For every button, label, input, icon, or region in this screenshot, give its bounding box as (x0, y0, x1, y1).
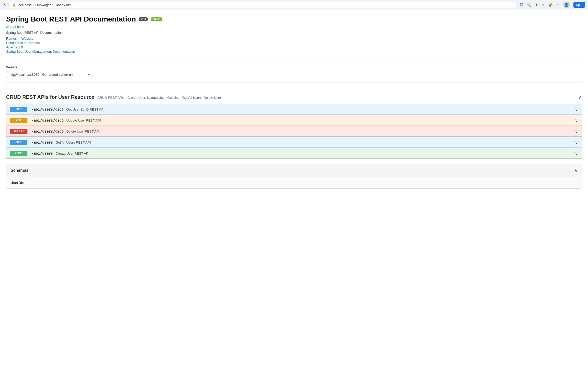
endpoint-desc-get-1: Get User By ID REST API (66, 107, 104, 111)
endpoint-delete-user[interactable]: DELETE /api/users/{id} Delete User REST … (6, 126, 582, 137)
browser-chrome: ↻ 🔒 localhost:8080/swagger-ui/index.html… (0, 0, 588, 10)
user-management-docs-link[interactable]: Spring Boot User Management Documentatio… (6, 50, 582, 53)
method-badge-get-1: GET (10, 107, 27, 112)
schemas-section: Schemas ∧ UserDto › (6, 164, 582, 189)
crud-section: CRUD REST APIs for User Resource CRUD RE… (6, 91, 582, 159)
crud-section-title: CRUD REST APIs for User Resource (6, 94, 94, 100)
schemas-collapse-icon[interactable]: ∧ (574, 168, 578, 173)
endpoint-desc-post: Create User REST API (55, 152, 89, 155)
bookmark-icon[interactable]: ☆ (541, 3, 545, 7)
section-divider (6, 88, 582, 88)
schema-item-userdto[interactable]: UserDto › (6, 177, 582, 188)
endpoint-path-put: /api/users/{id} (31, 118, 64, 122)
endpoint-chevron-delete: ∨ (575, 129, 578, 134)
endpoint-get-all-users[interactable]: GET /api/users Get All Users REST API ∨ (6, 137, 582, 148)
apache-license-link[interactable]: Apache 2.0 (6, 45, 582, 49)
method-badge-put: PUT (10, 118, 27, 123)
endpoint-put-user[interactable]: PUT /api/users/{id} Update User REST API… (6, 115, 582, 126)
update-button[interactable]: Up... (573, 2, 585, 8)
schema-name-userdto: UserDto (10, 181, 24, 185)
endpoint-path-get-1: /api/users/{id} (31, 107, 64, 111)
schemas-body: UserDto › (6, 177, 582, 188)
endpoint-post-user[interactable]: POST /api/users Create User REST API ∨ (6, 148, 582, 159)
endpoint-chevron-get-2: ∨ (575, 140, 578, 145)
crud-header-left: CRUD REST APIs for User Resource CRUD RE… (6, 94, 221, 100)
schema-expand-icon: › (26, 181, 28, 185)
endpoint-path-delete: /api/users/{id} (31, 129, 64, 133)
endpoint-chevron-put: ∨ (575, 118, 578, 123)
endpoint-desc-put: Update User REST API (66, 119, 101, 122)
api-description: Spring Boot REST API Documentation (6, 31, 582, 35)
url-text: localhost:8080/swagger-ui/index.html (18, 3, 72, 7)
api-title: Spring Boot REST API Documentation (6, 15, 136, 23)
method-badge-delete: DELETE (10, 129, 27, 134)
crud-collapse-icon[interactable]: ∧ (579, 94, 582, 100)
api-title-row: Spring Boot REST API Documentation v1.0 … (6, 15, 582, 23)
email-ramesh-link[interactable]: Send email to Ramesh (6, 41, 582, 45)
reload-button[interactable]: ↻ (3, 3, 6, 7)
servers-selected-value: http://localhost:8080 - Generated server… (9, 73, 73, 77)
sidebar-icon[interactable]: ▭ (556, 3, 560, 7)
schemas-header[interactable]: Schemas ∧ (6, 164, 582, 177)
api-docs-link[interactable]: /v3/api-docs (6, 25, 582, 29)
endpoint-get-user-by-id[interactable]: GET /api/users/{id} Get User By ID REST … (6, 104, 582, 115)
servers-label: Servers (6, 66, 582, 69)
endpoint-chevron-post: ∨ (575, 151, 578, 156)
share-icon[interactable]: ⬆ (535, 3, 538, 7)
api-header: Spring Boot REST API Documentation v1.0 … (6, 15, 582, 53)
search-icon[interactable]: 🔍 (527, 3, 531, 7)
user-avatar[interactable]: 👤 (563, 2, 570, 8)
page-content: Spring Boot REST API Documentation v1.0 … (0, 10, 588, 194)
endpoint-chevron-get-1: ∨ (575, 107, 578, 112)
google-icon[interactable]: G (520, 2, 523, 8)
servers-dropdown[interactable]: http://localhost:8080 - Generated server… (6, 71, 93, 78)
endpoint-desc-delete: Delete User REST API (66, 130, 100, 133)
servers-chevron-icon: ▾ (88, 72, 90, 77)
browser-action-icons: G 🔍 ⬆ ☆ 🧩 ▭ 👤 Up... (520, 2, 585, 8)
method-badge-post: POST (10, 151, 27, 156)
endpoint-path-get-2: /api/users (31, 140, 53, 144)
method-badge-get-2: GET (10, 140, 27, 145)
version-badge: v1.0 (139, 17, 148, 21)
endpoint-path-post: /api/users (31, 151, 53, 155)
crud-section-header[interactable]: CRUD REST APIs for User Resource CRUD RE… (6, 91, 582, 104)
lock-icon: 🔒 (12, 3, 16, 7)
crud-section-description: CRUD REST APIs - Create User, Update Use… (97, 96, 221, 100)
oas3-badge: OAS3 (151, 17, 162, 21)
schemas-title: Schemas (10, 168, 28, 173)
endpoint-desc-get-2: Get All Users REST API (55, 141, 91, 144)
url-bar[interactable]: 🔒 localhost:8080/swagger-ui/index.html (8, 2, 518, 8)
endpoints-list: GET /api/users/{id} Get User By ID REST … (6, 104, 582, 159)
servers-section: Servers http://localhost:8080 - Generate… (6, 61, 582, 83)
ramesh-website-link[interactable]: Ramesh - Website (6, 37, 582, 40)
extensions-icon[interactable]: 🧩 (548, 3, 553, 7)
